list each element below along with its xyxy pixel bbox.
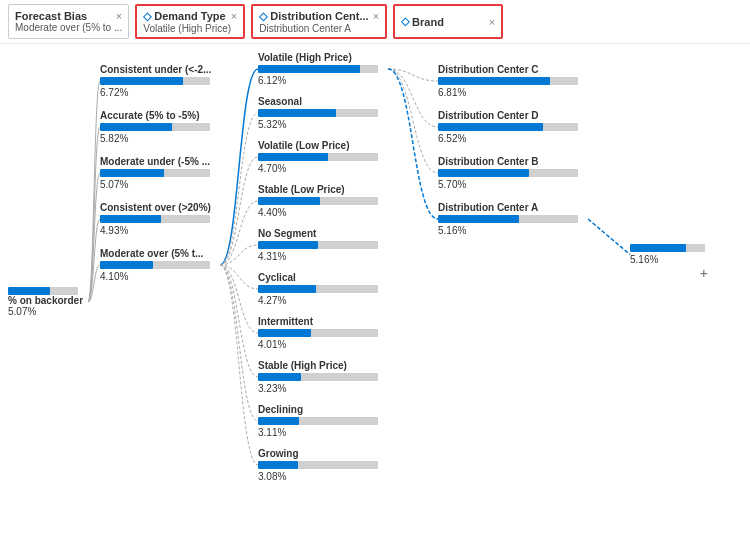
node-label: Distribution Center A <box>438 202 588 213</box>
tree-node[interactable]: Intermittent4.01% <box>258 316 388 350</box>
root-node: % on backorder 5.07% <box>8 287 88 317</box>
bar-track <box>258 109 378 117</box>
tree-node[interactable]: Moderate under (-5% ...5.07% <box>100 156 220 190</box>
bar-track <box>100 261 210 269</box>
filter-chip-value-forecast-bias: Moderate over (5% to ... <box>15 22 122 33</box>
bar-track <box>258 417 378 425</box>
filter-chip-title-brand: ◇Brand <box>401 15 444 28</box>
node-value: 3.08% <box>258 471 388 482</box>
tree-node[interactable]: Volatile (Low Price)4.70% <box>258 140 388 174</box>
tree-node[interactable]: Growing3.08% <box>258 448 388 482</box>
node-value: 4.70% <box>258 163 388 174</box>
node-label: Distribution Center D <box>438 110 588 121</box>
bar-fill <box>258 461 298 469</box>
bar-track <box>438 169 578 177</box>
node-label: Distribution Center B <box>438 156 588 167</box>
tree-node[interactable]: Accurate (5% to -5%)5.82% <box>100 110 220 144</box>
col2-demand-type: Volatile (High Price)6.12%Seasonal5.32%V… <box>258 52 388 482</box>
filter-chip-demand-type[interactable]: ◇Demand Type×Volatile (High Price) <box>135 4 245 39</box>
node-value: 4.27% <box>258 295 388 306</box>
bar-fill <box>438 215 519 223</box>
node-label: Cyclical <box>258 272 388 283</box>
node-label: Declining <box>258 404 388 415</box>
node-value: 4.10% <box>100 271 220 282</box>
bar-track <box>438 123 578 131</box>
filter-chip-forecast-bias[interactable]: Forecast Bias×Moderate over (5% to ... <box>8 4 129 39</box>
node-label: Distribution Center C <box>438 64 588 75</box>
tree-node[interactable]: Distribution Center D6.52% <box>438 110 588 144</box>
bar-fill <box>258 153 328 161</box>
bar-fill <box>100 77 183 85</box>
node-label: No Segment <box>258 228 388 239</box>
bar-fill <box>100 261 153 269</box>
bar-track <box>258 241 378 249</box>
node-value: 4.93% <box>100 225 220 236</box>
node-label: Volatile (Low Price) <box>258 140 388 151</box>
bar-track <box>258 461 378 469</box>
col3-distribution-center: Distribution Center C6.81%Distribution C… <box>438 64 588 236</box>
bar-fill <box>438 123 543 131</box>
tree-node[interactable]: No Segment4.31% <box>258 228 388 262</box>
pin-icon-distribution-center: ◇ <box>259 10 267 23</box>
tree-node[interactable]: Seasonal5.32% <box>258 96 388 130</box>
add-icon[interactable]: + <box>700 265 708 281</box>
bar-fill <box>100 215 161 223</box>
node-label: Stable (High Price) <box>258 360 388 371</box>
root-bar-track <box>8 287 78 295</box>
bar-track <box>258 373 378 381</box>
node-label: Consistent over (>20%) <box>100 202 220 213</box>
tree-node[interactable]: Stable (Low Price)4.40% <box>258 184 388 218</box>
tree-node[interactable]: Stable (High Price)3.23% <box>258 360 388 394</box>
bar-fill <box>258 329 311 337</box>
root-bar-fill <box>8 287 50 295</box>
filter-chip-brand[interactable]: ◇Brand× <box>393 4 503 39</box>
close-icon-demand-type[interactable]: × <box>231 10 237 22</box>
tree-node[interactable]: Distribution Center A5.16% <box>438 202 588 236</box>
bar-track <box>100 169 210 177</box>
node-value: 5.16% <box>438 225 588 236</box>
tree-node[interactable]: Consistent under (<-2...6.72% <box>100 64 220 98</box>
close-icon-forecast-bias[interactable]: × <box>116 10 122 22</box>
filter-chip-title-demand-type: ◇Demand Type <box>143 10 225 23</box>
bar-fill <box>258 65 360 73</box>
col4-value: 5.16% <box>630 254 710 265</box>
node-value: 6.72% <box>100 87 220 98</box>
filter-bar: Forecast Bias×Moderate over (5% to ...◇D… <box>0 0 750 44</box>
bar-track <box>438 77 578 85</box>
node-value: 4.01% <box>258 339 388 350</box>
node-label: Moderate under (-5% ... <box>100 156 220 167</box>
close-icon-distribution-center[interactable]: × <box>373 10 379 22</box>
node-label: Moderate over (5% t... <box>100 248 220 259</box>
filter-chip-value-demand-type: Volatile (High Price) <box>143 23 237 34</box>
close-icon-brand[interactable]: × <box>489 16 495 28</box>
filter-chip-title-distribution-center: ◇Distribution Cent... <box>259 10 368 23</box>
node-label: Intermittent <box>258 316 388 327</box>
filter-chip-distribution-center[interactable]: ◇Distribution Cent...×Distribution Cente… <box>251 4 387 39</box>
node-label: Consistent under (<-2... <box>100 64 220 75</box>
col4-brand: 5.16% + <box>630 244 710 265</box>
tree-node[interactable]: Distribution Center C6.81% <box>438 64 588 98</box>
tree-node[interactable]: Cyclical4.27% <box>258 272 388 306</box>
tree-node[interactable]: Distribution Center B5.70% <box>438 156 588 190</box>
node-value: 3.11% <box>258 427 388 438</box>
bar-fill <box>258 285 316 293</box>
tree-node[interactable]: Declining3.11% <box>258 404 388 438</box>
node-label: Volatile (High Price) <box>258 52 388 63</box>
node-value: 5.82% <box>100 133 220 144</box>
col1-forecast-bias: Consistent under (<-2...6.72%Accurate (5… <box>100 64 220 282</box>
bar-track <box>258 65 378 73</box>
root-node-value: 5.07% <box>8 306 36 317</box>
chart-area: % on backorder 5.07% Consistent under (<… <box>0 44 750 560</box>
node-value: 6.12% <box>258 75 388 86</box>
root-node-label: % on backorder <box>8 295 83 306</box>
pin-icon-demand-type: ◇ <box>143 10 151 23</box>
bar-fill <box>100 123 172 131</box>
bar-track <box>258 285 378 293</box>
tree-node[interactable]: Consistent over (>20%)4.93% <box>100 202 220 236</box>
bar-fill <box>100 169 164 177</box>
tree-node[interactable]: Volatile (High Price)6.12% <box>258 52 388 86</box>
node-value: 4.40% <box>258 207 388 218</box>
bar-fill <box>258 241 318 249</box>
node-value: 6.81% <box>438 87 588 98</box>
tree-node[interactable]: Moderate over (5% t...4.10% <box>100 248 220 282</box>
